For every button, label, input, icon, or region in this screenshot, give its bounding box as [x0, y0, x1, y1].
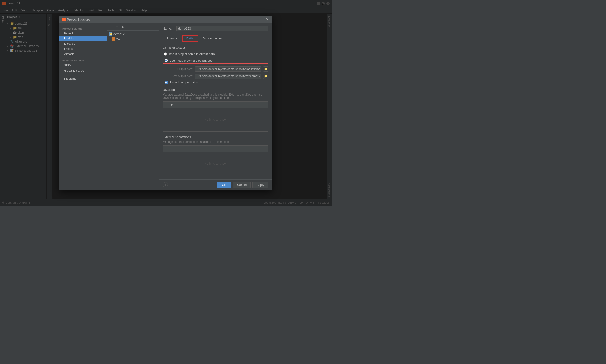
javadoc-remove-button[interactable]: − — [174, 103, 179, 107]
test-output-path-browse-button[interactable]: 📁 — [263, 74, 268, 79]
ok-button[interactable]: OK — [217, 182, 231, 188]
project-structure-dialog: J Project Structure ✕ Project Settings P… — [59, 16, 272, 190]
module-item-demo123[interactable]: 📁 demo123 — [107, 31, 159, 37]
module-content-scroll: Compiler Output Inherit project compile … — [159, 42, 272, 179]
module-label-demo123: demo123 — [113, 32, 126, 36]
module-icon: 📁 — [109, 32, 112, 36]
ext-annotations-title: External Annotations — [163, 135, 268, 139]
tab-dependencies[interactable]: Dependencies — [199, 36, 226, 41]
javadoc-toolbar: + ⊕ − — [163, 102, 268, 108]
inherit-radio-row[interactable]: Inherit project compile output path — [163, 52, 268, 56]
project-settings-label: Project Settings — [59, 26, 107, 31]
use-module-radio-label: Use module compile output path — [169, 59, 213, 63]
apply-button[interactable]: Apply — [252, 182, 268, 188]
module-list-panel: + − ⧉ 📁 demo123 W Web — [107, 23, 159, 190]
help-button[interactable]: ? — [163, 182, 168, 187]
module-content-panel: Name: Sources Paths Dependencies Compile… — [159, 23, 272, 190]
ide-window: J demo123 ─ □ ✕ File Edit View Navigate … — [0, 0, 331, 206]
test-output-path-row: Test output path: 📁 — [163, 74, 268, 79]
nav-item-project[interactable]: Project — [59, 31, 107, 36]
dialog-body: Project Settings Project Modules Librari… — [59, 23, 272, 190]
ext-annotations-empty-text: Nothing to show — [204, 162, 226, 165]
compiler-output-title: Compiler Output — [163, 46, 268, 50]
use-module-radio-row[interactable]: Use module compile output path — [163, 58, 268, 64]
use-module-radio[interactable] — [165, 59, 168, 62]
output-path-row: Output path: 📁 — [163, 66, 268, 72]
nav-item-global-libraries[interactable]: Global Libraries — [59, 68, 107, 73]
add-module-button[interactable]: + — [108, 24, 113, 29]
output-path-browse-button[interactable]: 📁 — [263, 66, 268, 72]
output-path-label: Output path: — [165, 67, 193, 71]
module-web-icon: W — [111, 37, 115, 41]
inherit-radio-label: Inherit project compile output path — [168, 52, 215, 56]
dialog-titlebar: J Project Structure ✕ — [59, 16, 272, 23]
tab-sources[interactable]: Sources — [163, 36, 182, 41]
dialog-logo-icon: J — [62, 17, 66, 21]
ext-annotations-desc: Manage external annotations attached to … — [163, 140, 268, 143]
exclude-output-checkbox[interactable] — [165, 81, 168, 84]
ext-annotations-empty-list: Nothing to show — [163, 152, 268, 175]
module-name-input[interactable] — [177, 26, 268, 31]
ext-annotations-remove-button[interactable]: − — [169, 146, 174, 151]
javadoc-empty-list: Nothing to show — [163, 108, 268, 131]
output-path-input[interactable] — [195, 66, 261, 72]
javadoc-empty-text: Nothing to show — [204, 118, 226, 121]
nav-item-sdks[interactable]: SDKs — [59, 63, 107, 68]
module-list: 📁 demo123 W Web — [107, 30, 159, 190]
external-annotations-section: External Annotations Manage external ann… — [163, 135, 268, 175]
nav-item-facets[interactable]: Facets — [59, 46, 107, 52]
dialog-close-button[interactable]: ✕ — [265, 17, 270, 22]
copy-module-button[interactable]: ⧉ — [121, 24, 126, 29]
javadoc-title: JavaDoc — [163, 88, 268, 91]
dialog-footer: ? OK Cancel Apply — [159, 179, 272, 190]
inherit-radio[interactable] — [164, 52, 167, 56]
javadoc-add-with-classes-button[interactable]: ⊕ — [169, 103, 174, 107]
exclude-output-label: Exclude output paths — [169, 81, 198, 84]
module-name-row: Name: — [159, 23, 272, 34]
javadoc-add-button[interactable]: + — [164, 103, 169, 107]
ext-annotations-toolbar: + − — [163, 145, 268, 152]
cancel-button[interactable]: Cancel — [233, 182, 250, 188]
ext-annotations-add-button[interactable]: + — [164, 146, 169, 151]
platform-settings-label: Platform Settings — [59, 58, 107, 63]
test-output-path-input[interactable] — [195, 74, 261, 79]
module-toolbar: + − ⧉ — [107, 23, 159, 30]
module-label-web: Web — [116, 37, 123, 41]
name-label: Name: — [163, 27, 175, 30]
javadoc-desc: Manage external JavaDocs attached to thi… — [163, 93, 268, 100]
modal-overlay: J Project Structure ✕ Project Settings P… — [0, 0, 331, 206]
remove-module-button[interactable]: − — [114, 24, 120, 29]
javadoc-section: JavaDoc Manage external JavaDocs attache… — [163, 88, 268, 131]
nav-item-modules[interactable]: Modules — [59, 36, 107, 41]
exclude-output-row: Exclude output paths — [163, 81, 268, 84]
module-tabs-row: Sources Paths Dependencies — [159, 34, 272, 42]
dialog-title: Project Structure — [67, 18, 90, 21]
nav-item-problems[interactable]: Problems — [59, 76, 107, 81]
nav-item-artifacts[interactable]: Artifacts — [59, 52, 107, 57]
nav-item-libraries[interactable]: Libraries — [59, 41, 107, 46]
module-item-web[interactable]: W Web — [107, 37, 159, 42]
test-output-path-label: Test output path: — [165, 75, 193, 78]
compiler-output-options: Inherit project compile output path Use … — [163, 52, 268, 64]
tab-paths[interactable]: Paths — [182, 35, 198, 42]
dialog-nav: Project Settings Project Modules Librari… — [59, 23, 107, 190]
